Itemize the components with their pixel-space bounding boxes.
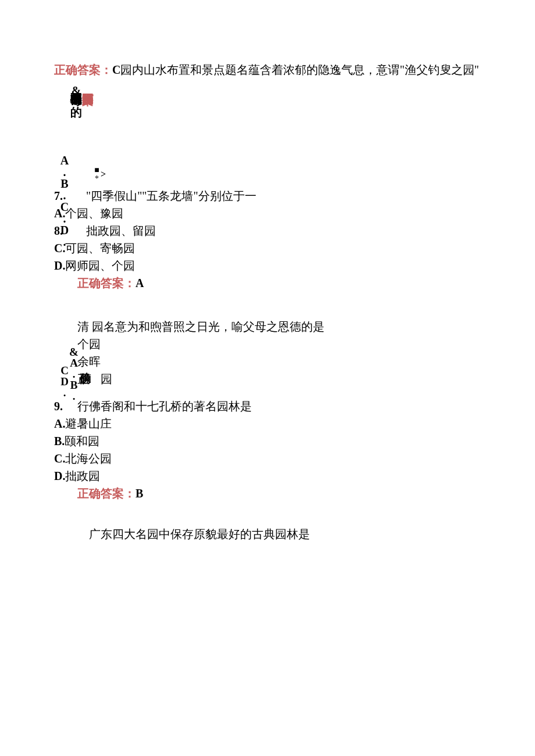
answer-label: 正确答案： <box>54 63 112 76</box>
garbled-arrow: > <box>101 167 106 181</box>
q9-optA: 避暑山庄 <box>65 417 112 430</box>
g2-line1b: 园名意为和煦普照之日光，喻父母之恩德的是 <box>92 320 324 333</box>
q9-answer-label: 正确答案： <box>77 487 135 500</box>
q9-optD-label: D. <box>54 470 65 482</box>
q7-optD: 网师园、个园 <box>65 259 135 272</box>
garbled-block-1: 案园园答师畅园园 确偃网寄留个正&的 A.B.C.D. ■* > <box>54 84 483 186</box>
q9-answer: B <box>135 487 143 500</box>
garbled-col-abc: A.B.C.D. <box>56 154 73 247</box>
q7-optB: 拙政园、留园 <box>86 224 156 237</box>
garbled-col-black: 确偃网寄留个正&的 <box>67 84 85 97</box>
q9-optD: 拙政园 <box>65 470 100 482</box>
g2-line1a: 清 <box>77 320 89 333</box>
q7-answer: A <box>135 277 144 289</box>
q9-optC: 北海公园 <box>65 452 112 465</box>
q7-text: "四季假山""五条龙墙"分别位于一 <box>86 189 256 202</box>
answer-text: 园内山水布置和景点题名蕴含着浓郁的隐逸气息，意谓"渔父钓叟之园" <box>120 63 479 76</box>
g2-vcol2: CD. <box>56 364 73 397</box>
question-9: 9.行佛香阁和十七孔桥的著名园林是 A.避暑山庄 B.颐和园 C.北海公园 D.… <box>54 397 483 502</box>
question-10: 广东四大名园中保存原貌最好的古典园林是 <box>54 525 483 543</box>
answer-letter: C <box>112 63 120 76</box>
q7-answer-label: 正确答案： <box>77 277 135 289</box>
q9-text: 行佛香阁和十七孔桥的著名园林是 <box>77 400 252 413</box>
q10-text: 广东四大名园中保存原貌最好的古典园林是 <box>54 525 483 543</box>
q7-optD-label: D. <box>54 259 65 272</box>
q9-optA-label: A. <box>54 417 65 430</box>
q7-optA: 个园、豫园 <box>65 207 123 220</box>
garbled-block-2: 清 园名意为和煦普照之日光，喻父母之恩德的是 个园 余晖 正园 &A.B. CD… <box>54 318 483 396</box>
g2-line4b: 园 <box>101 372 112 385</box>
q9-optB-label: B. <box>54 435 65 447</box>
q9-optB: 颐和园 <box>65 435 99 447</box>
answer-block-1: 正确答案：C园内山水布置和景点题名蕴含着浓郁的隐逸气息，意谓"渔父钓叟之园" <box>54 61 483 78</box>
q9-optC-label: C. <box>54 452 65 465</box>
q7-optC: 可园、寄畅园 <box>65 242 135 255</box>
question-7: 7."四季假山""五条龙墙"分别位于一 A.个园、豫园 8.拙政园、留园 C.可… <box>54 187 483 292</box>
